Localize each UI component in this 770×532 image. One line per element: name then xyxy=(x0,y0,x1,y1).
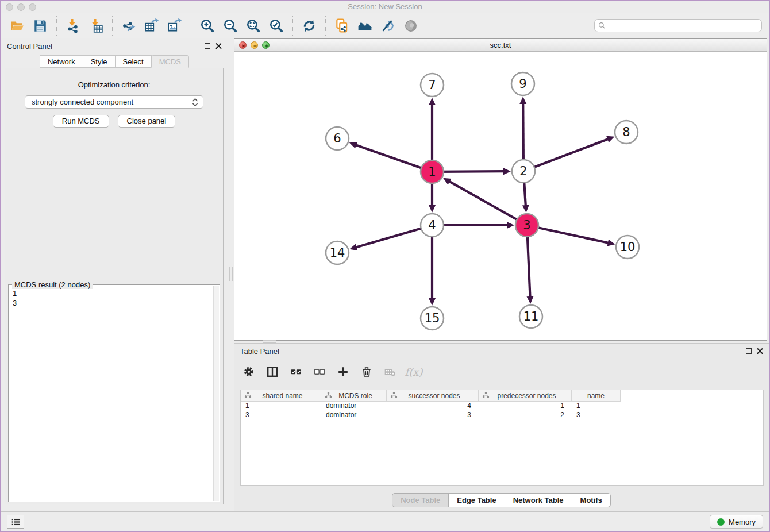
column-header-shared-name[interactable]: shared name xyxy=(241,390,321,402)
column-header-successor-nodes[interactable]: successor nodes xyxy=(387,390,479,402)
deselect-all-columns-button[interactable] xyxy=(313,365,326,379)
select-all-columns-button[interactable] xyxy=(289,365,303,379)
column-header-mcds-role[interactable]: MCDS role xyxy=(321,390,387,402)
table-panel-title: Table Panel xyxy=(240,347,279,356)
criterion-value: strongly connected component xyxy=(32,98,133,106)
status-bar: Memory xyxy=(1,511,769,531)
tab-node-table[interactable]: Node Table xyxy=(392,493,449,507)
zoom-selected-button[interactable] xyxy=(267,16,286,36)
network-canvas[interactable]: 7968124314101511 xyxy=(234,52,767,340)
tab-select[interactable]: Select xyxy=(115,55,152,68)
import-table-button[interactable] xyxy=(86,16,106,36)
close-panel-icon[interactable] xyxy=(215,43,222,49)
task-history-button[interactable] xyxy=(7,515,24,529)
trash-icon xyxy=(360,365,373,378)
result-scrollbar[interactable] xyxy=(213,286,219,501)
search-input[interactable] xyxy=(594,19,762,32)
list-icon xyxy=(11,517,21,527)
network-graph[interactable]: 7968124314101511 xyxy=(234,52,768,341)
cell-mcds-role: dominator xyxy=(321,411,387,420)
export-image-icon xyxy=(167,18,182,33)
mcds-panel-body: Optimization criterion: strongly connect… xyxy=(5,68,224,504)
run-mcds-button[interactable]: Run MCDS xyxy=(53,115,109,128)
cell-shared-name: 3 xyxy=(241,411,321,420)
network-maximize-button[interactable] xyxy=(262,41,270,49)
save-session-button[interactable] xyxy=(30,16,50,36)
export-network-icon xyxy=(121,18,136,33)
show-column-panel-button[interactable] xyxy=(265,365,279,379)
graph-node-label: 8 xyxy=(622,125,630,139)
memory-button[interactable]: Memory xyxy=(710,515,763,529)
tab-style[interactable]: Style xyxy=(83,55,116,68)
zoom-fit-button[interactable] xyxy=(244,16,263,36)
vertical-splitter-grip[interactable] xyxy=(229,267,233,281)
criterion-select[interactable]: strongly connected component xyxy=(25,95,203,109)
float-table-panel-icon[interactable] xyxy=(746,348,752,354)
graph-node-label: 7 xyxy=(428,78,436,92)
hierarchy-icon xyxy=(390,392,398,399)
table-row[interactable]: 1 dominator 4 1 1 xyxy=(241,402,763,411)
duplicate-network-button[interactable] xyxy=(332,16,352,36)
home-icon xyxy=(357,18,372,33)
network-close-button[interactable] xyxy=(239,41,247,49)
open-session-button[interactable] xyxy=(7,16,27,36)
cell-name: 3 xyxy=(572,411,621,420)
search-icon xyxy=(598,21,606,30)
cell-successor-nodes: 4 xyxy=(387,402,479,411)
import-network-icon xyxy=(66,18,80,33)
graph-node-label: 11 xyxy=(523,310,539,323)
control-panel-header: Control Panel xyxy=(1,38,228,53)
cell-successor-nodes: 3 xyxy=(387,411,479,420)
add-column-button[interactable] xyxy=(336,365,350,379)
mcds-result-text[interactable]: 1 3 xyxy=(9,286,213,501)
zoom-window-button[interactable] xyxy=(29,3,36,11)
column-header-name[interactable]: name xyxy=(572,390,621,402)
cell-predecessor-nodes: 2 xyxy=(479,411,572,420)
checked-boxes-icon xyxy=(290,365,302,378)
main-titlebar: Session: New Session xyxy=(1,1,769,13)
result-line: 3 xyxy=(13,298,213,308)
graph-node-label: 9 xyxy=(519,77,526,91)
table-panel-header: Table Panel xyxy=(234,344,769,358)
delete-table-button xyxy=(383,365,397,379)
search-container xyxy=(594,19,762,32)
export-image-button[interactable] xyxy=(165,16,184,36)
close-window-button[interactable] xyxy=(6,3,13,11)
show-all-networks-button[interactable] xyxy=(355,16,375,36)
zoom-selected-icon xyxy=(269,18,284,33)
graph-node-label: 6 xyxy=(333,132,341,145)
refresh-icon xyxy=(302,18,317,33)
table-row[interactable]: 3 dominator 3 2 3 xyxy=(241,411,763,420)
refresh-view-button[interactable] xyxy=(299,16,319,36)
zoom-out-button[interactable] xyxy=(221,16,240,36)
duplicate-network-icon xyxy=(334,18,349,33)
toolbar-separator xyxy=(191,16,191,36)
column-header-predecessor-nodes[interactable]: predecessor nodes xyxy=(479,390,572,402)
tab-edge-table[interactable]: Edge Table xyxy=(448,493,505,507)
close-table-panel-icon[interactable] xyxy=(757,348,763,354)
memory-label: Memory xyxy=(729,518,756,526)
hide-graphics-details-button[interactable] xyxy=(378,16,398,36)
tab-network-table[interactable]: Network Table xyxy=(505,493,572,507)
birds-eye-view-button[interactable] xyxy=(401,16,421,36)
tab-mcds[interactable]: MCDS xyxy=(151,55,189,68)
split-panel-icon xyxy=(266,365,279,378)
delete-column-button[interactable] xyxy=(360,365,374,379)
tab-motifs[interactable]: Motifs xyxy=(572,493,611,507)
close-panel-button[interactable]: Close panel xyxy=(118,115,176,128)
zoom-in-button[interactable] xyxy=(198,16,217,36)
export-network-button[interactable] xyxy=(119,16,138,36)
tab-network[interactable]: Network xyxy=(40,55,83,68)
fx-icon: f(x) xyxy=(405,366,423,378)
export-table-button[interactable] xyxy=(142,16,161,36)
zoom-fit-icon xyxy=(246,18,261,33)
minimize-window-button[interactable] xyxy=(17,3,25,11)
network-minimize-button[interactable] xyxy=(251,41,258,49)
import-network-button[interactable] xyxy=(63,16,83,36)
float-panel-icon[interactable] xyxy=(205,43,210,49)
table-settings-button[interactable] xyxy=(242,365,256,379)
table-header-row: shared name MCDS role successor nodes pr… xyxy=(241,390,763,402)
window-title: Session: New Session xyxy=(1,1,769,13)
eye-icon xyxy=(403,18,418,33)
hierarchy-icon xyxy=(244,392,252,399)
